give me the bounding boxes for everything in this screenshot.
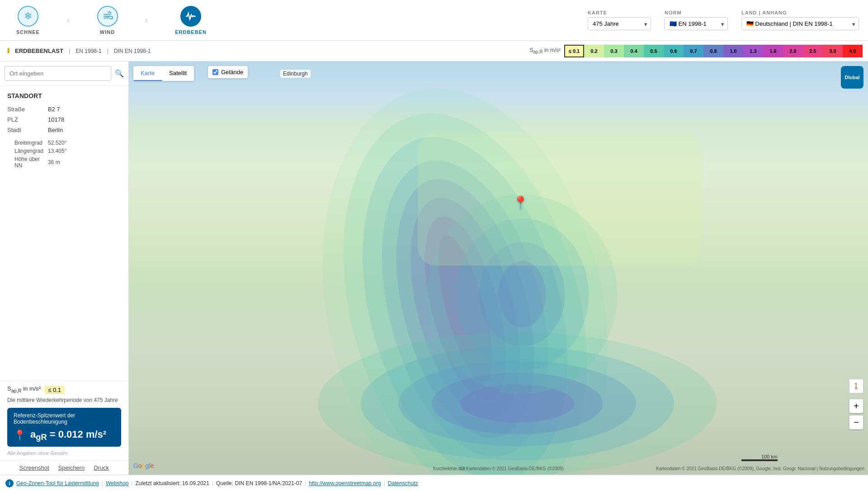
terrain-checkbox[interactable] xyxy=(212,69,218,75)
map-attribution: Kartendaten © 2021 GeoBasis-DE/BKG (©200… xyxy=(656,466,864,471)
legend-title: ERDBEBENLAST xyxy=(15,47,63,54)
snow-icon: ❄ xyxy=(18,6,38,27)
legend-sep-1: | xyxy=(69,47,70,54)
sidebar: 🔍 STANDORT Straße B2 7 PLZ 10178 Stadt xyxy=(0,61,129,475)
nav-dropdowns: KARTE 475 Jahre 100 Jahre 200 Jahre 1000… xyxy=(588,10,859,30)
print-button[interactable]: Druck xyxy=(94,464,109,471)
coord-value: 13.405° xyxy=(48,147,121,155)
bottom-bar: i Geo-Zonen-Tool für Lastermittlung | We… xyxy=(0,475,868,491)
datenschutz-link[interactable]: Datenschutz xyxy=(388,480,418,486)
legend-swatch[interactable]: 2.5 xyxy=(803,45,823,57)
location-marker: 📍 xyxy=(513,195,528,210)
legend-swatch[interactable]: 2.0 xyxy=(783,45,803,57)
coord-label: Breitengrad xyxy=(7,139,48,147)
scale-bar: 100 km xyxy=(741,454,778,461)
nav-arrow-2: › xyxy=(145,15,148,25)
legend-sub-2: DIN EN 1998-1 xyxy=(114,48,151,54)
legend-sep-2: | xyxy=(107,47,108,54)
nav-item-schnee[interactable]: ❄ SCHNEE xyxy=(9,2,47,38)
coord-label: Höhe über NN xyxy=(7,155,48,170)
updated-text: Zuletzt aktualisiert: 16.09.2021 xyxy=(136,480,209,486)
nav-arrow-1: › xyxy=(67,15,70,25)
ref-box-title: Referenz-Spitzenwert der Bodenbeschleuni… xyxy=(14,412,115,425)
nav-item-wind[interactable]: WIND xyxy=(90,2,125,38)
google-logo: Google xyxy=(133,462,154,469)
table-row: Längengrad 13.405° xyxy=(7,147,121,155)
table-row: Höhe über NN 36 m xyxy=(7,155,121,170)
legend-sub-1: EN 1998-1 xyxy=(75,48,101,54)
top-navigation: ❄ SCHNEE › WIND › ERDBEBEN KARTE 475 Jah… xyxy=(0,0,868,41)
field-label: Straße xyxy=(7,104,48,114)
search-input[interactable] xyxy=(5,66,111,81)
field-value: 10178 xyxy=(48,114,121,125)
save-button[interactable]: Speichern xyxy=(58,464,85,471)
legend-swatch[interactable]: 0.8 xyxy=(703,45,723,57)
ref-box-value-row: 📍 agR = 0.012 m/s² xyxy=(14,429,115,442)
legend-swatch[interactable]: 0.6 xyxy=(664,45,684,57)
legend-swatch[interactable]: 0.4 xyxy=(624,45,644,57)
norm-dropdown-group: NORM 🇪🇺 EN 1998-1 DIN EN 1998-1 xyxy=(665,10,728,30)
karte-select[interactable]: 475 Jahre 100 Jahre 200 Jahre 1000 Jahre xyxy=(588,17,651,30)
legend-swatch[interactable]: 0.5 xyxy=(644,45,664,57)
terrain-label: Gelände xyxy=(221,69,243,76)
coord-value: 52.520° xyxy=(48,139,121,147)
dlubal-badge[interactable]: Dlubal xyxy=(841,66,863,89)
legend-swatch[interactable]: 1.3 xyxy=(743,45,763,57)
zoom-in-button[interactable]: + xyxy=(849,399,863,413)
geozone-link[interactable]: Geo-Zonen-Tool für Lastermittlung xyxy=(16,480,99,486)
source-text: Quelle: DIN EN 1998-1/NA:2021-07 xyxy=(216,480,302,486)
wind-icon xyxy=(97,6,118,27)
table-row: Stadt Berlin xyxy=(7,125,121,135)
karte-select-wrapper: 475 Jahre 100 Jahre 200 Jahre 1000 Jahre xyxy=(588,17,651,30)
legend-swatch[interactable]: 3.0 xyxy=(823,45,843,57)
norm-select[interactable]: 🇪🇺 EN 1998-1 DIN EN 1998-1 xyxy=(665,17,728,30)
nav-label-schnee: SCHNEE xyxy=(16,29,40,35)
legend-swatch[interactable]: ≤ 0.1 xyxy=(564,45,584,57)
karte-label: KARTE xyxy=(588,10,651,15)
period-text: Die mittlere Wiederkehrperiode von 475 J… xyxy=(7,397,121,403)
openstreetmap-link[interactable]: http://www.openstreetmap.org xyxy=(309,480,381,486)
scale-label: 100 km xyxy=(761,454,778,459)
coord-label: Längengrad xyxy=(7,147,48,155)
legend-swatch[interactable]: 4.0 xyxy=(843,45,863,57)
legend-bar: ⬇ ERDBEBENLAST | EN 1998-1 | DIN EN 1998… xyxy=(0,41,868,61)
map-tab-satellit[interactable]: Satellit xyxy=(162,66,194,81)
land-select-wrapper: 🇩🇪 Deutschland | DIN EN 1998-1 Österreic… xyxy=(741,17,859,30)
screenshot-button[interactable]: Screenshot xyxy=(19,464,49,471)
standort-table: Straße B2 7 PLZ 10178 Stadt Berlin Breit… xyxy=(7,104,121,170)
karte-dropdown-group: KARTE 475 Jahre 100 Jahre 200 Jahre 1000… xyxy=(588,10,651,30)
legend-swatch[interactable]: 0.7 xyxy=(684,45,703,57)
land-select[interactable]: 🇩🇪 Deutschland | DIN EN 1998-1 Österreic… xyxy=(741,17,859,30)
legend-bar-left: ⬇ ERDBEBENLAST | EN 1998-1 | DIN EN 1998… xyxy=(5,47,151,55)
standort-title: STANDORT xyxy=(7,92,121,99)
legend-colors: Sap,R in m/s² ≤ 0.10.20.30.40.50.60.70.8… xyxy=(530,45,863,57)
field-value: B2 7 xyxy=(48,104,121,114)
legend-swatch[interactable]: 0.3 xyxy=(604,45,624,57)
legend-swatch[interactable]: 1.0 xyxy=(723,45,743,57)
map-zoom-controls: 🚶 + − xyxy=(849,379,863,430)
nav-label-erdbeben: ERDBEBEN xyxy=(175,29,207,35)
table-row: PLZ 10178 xyxy=(7,114,121,125)
land-dropdown-group: LAND | ANHANG 🇩🇪 Deutschland | DIN EN 19… xyxy=(741,10,859,30)
norm-label: NORM xyxy=(665,10,728,15)
earthquake-icon xyxy=(180,6,201,27)
search-button[interactable]: 🔍 xyxy=(115,69,124,78)
sap-value: ≤ 0.1 xyxy=(44,386,65,394)
legend-swatch[interactable]: 1.6 xyxy=(763,45,783,57)
search-bar: 🔍 xyxy=(0,61,128,86)
nav-item-erdbeben[interactable]: ERDBEBEN xyxy=(168,2,214,38)
map-tab-bar: Karte Satellit xyxy=(133,66,194,81)
map-terrain-toggle: Gelände xyxy=(208,66,248,78)
legend-swatch[interactable]: 0.2 xyxy=(584,45,604,57)
webshop-link[interactable]: Webshop xyxy=(106,480,128,486)
street-view-button[interactable]: 🚶 xyxy=(849,379,863,393)
map-tab-karte[interactable]: Karte xyxy=(133,66,162,81)
field-label: PLZ xyxy=(7,114,48,125)
legend-swatches[interactable]: ≤ 0.10.20.30.40.50.60.70.81.01.31.62.02.… xyxy=(564,45,863,57)
info-icon: i xyxy=(5,479,14,487)
map-area[interactable]: Karte Satellit Gelände Edinburgh 📍 Dluba… xyxy=(129,61,868,475)
field-label: Stadt xyxy=(7,125,48,135)
field-value: Berlin xyxy=(48,125,121,135)
coord-value: 36 m xyxy=(48,155,121,170)
zoom-out-button[interactable]: − xyxy=(849,415,863,430)
